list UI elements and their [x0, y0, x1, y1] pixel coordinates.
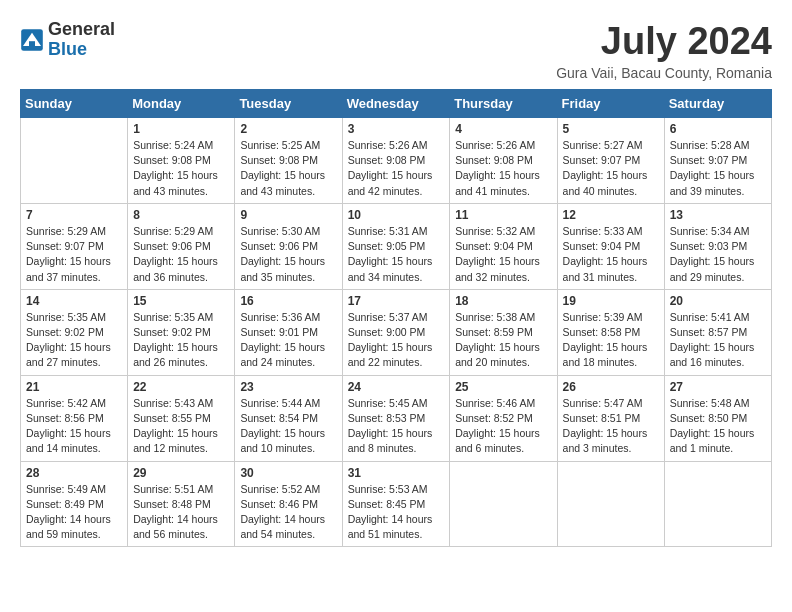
calendar-cell: 1Sunrise: 5:24 AMSunset: 9:08 PMDaylight… — [128, 118, 235, 204]
day-number: 22 — [133, 380, 229, 394]
calendar-week-row: 7Sunrise: 5:29 AMSunset: 9:07 PMDaylight… — [21, 203, 772, 289]
day-number: 11 — [455, 208, 551, 222]
weekday-header-saturday: Saturday — [664, 90, 771, 118]
day-number: 1 — [133, 122, 229, 136]
day-info: Sunrise: 5:53 AMSunset: 8:45 PMDaylight:… — [348, 482, 445, 543]
calendar-cell: 10Sunrise: 5:31 AMSunset: 9:05 PMDayligh… — [342, 203, 450, 289]
calendar-cell: 8Sunrise: 5:29 AMSunset: 9:06 PMDaylight… — [128, 203, 235, 289]
day-number: 2 — [240, 122, 336, 136]
calendar-cell: 26Sunrise: 5:47 AMSunset: 8:51 PMDayligh… — [557, 375, 664, 461]
day-info: Sunrise: 5:31 AMSunset: 9:05 PMDaylight:… — [348, 224, 445, 285]
calendar-week-row: 14Sunrise: 5:35 AMSunset: 9:02 PMDayligh… — [21, 289, 772, 375]
logo-general-text: General — [48, 20, 115, 40]
logo-blue-text: Blue — [48, 40, 115, 60]
day-number: 6 — [670, 122, 766, 136]
weekday-header-monday: Monday — [128, 90, 235, 118]
day-info: Sunrise: 5:51 AMSunset: 8:48 PMDaylight:… — [133, 482, 229, 543]
day-info: Sunrise: 5:27 AMSunset: 9:07 PMDaylight:… — [563, 138, 659, 199]
calendar-cell: 18Sunrise: 5:38 AMSunset: 8:59 PMDayligh… — [450, 289, 557, 375]
calendar-cell — [557, 461, 664, 547]
day-info: Sunrise: 5:41 AMSunset: 8:57 PMDaylight:… — [670, 310, 766, 371]
location: Gura Vaii, Bacau County, Romania — [556, 65, 772, 81]
day-info: Sunrise: 5:37 AMSunset: 9:00 PMDaylight:… — [348, 310, 445, 371]
day-info: Sunrise: 5:28 AMSunset: 9:07 PMDaylight:… — [670, 138, 766, 199]
day-number: 7 — [26, 208, 122, 222]
day-info: Sunrise: 5:35 AMSunset: 9:02 PMDaylight:… — [133, 310, 229, 371]
calendar-cell: 13Sunrise: 5:34 AMSunset: 9:03 PMDayligh… — [664, 203, 771, 289]
day-info: Sunrise: 5:26 AMSunset: 9:08 PMDaylight:… — [455, 138, 551, 199]
day-info: Sunrise: 5:32 AMSunset: 9:04 PMDaylight:… — [455, 224, 551, 285]
day-info: Sunrise: 5:47 AMSunset: 8:51 PMDaylight:… — [563, 396, 659, 457]
day-number: 18 — [455, 294, 551, 308]
day-info: Sunrise: 5:30 AMSunset: 9:06 PMDaylight:… — [240, 224, 336, 285]
calendar-cell: 21Sunrise: 5:42 AMSunset: 8:56 PMDayligh… — [21, 375, 128, 461]
calendar-cell: 23Sunrise: 5:44 AMSunset: 8:54 PMDayligh… — [235, 375, 342, 461]
day-info: Sunrise: 5:33 AMSunset: 9:04 PMDaylight:… — [563, 224, 659, 285]
day-number: 28 — [26, 466, 122, 480]
day-number: 4 — [455, 122, 551, 136]
calendar-cell: 17Sunrise: 5:37 AMSunset: 9:00 PMDayligh… — [342, 289, 450, 375]
calendar-cell: 3Sunrise: 5:26 AMSunset: 9:08 PMDaylight… — [342, 118, 450, 204]
weekday-header-tuesday: Tuesday — [235, 90, 342, 118]
day-info: Sunrise: 5:46 AMSunset: 8:52 PMDaylight:… — [455, 396, 551, 457]
calendar-cell: 25Sunrise: 5:46 AMSunset: 8:52 PMDayligh… — [450, 375, 557, 461]
weekday-header-sunday: Sunday — [21, 90, 128, 118]
day-info: Sunrise: 5:45 AMSunset: 8:53 PMDaylight:… — [348, 396, 445, 457]
day-number: 21 — [26, 380, 122, 394]
logo-text: General Blue — [48, 20, 115, 60]
day-number: 25 — [455, 380, 551, 394]
day-number: 29 — [133, 466, 229, 480]
calendar-cell: 31Sunrise: 5:53 AMSunset: 8:45 PMDayligh… — [342, 461, 450, 547]
day-info: Sunrise: 5:36 AMSunset: 9:01 PMDaylight:… — [240, 310, 336, 371]
day-number: 27 — [670, 380, 766, 394]
day-number: 24 — [348, 380, 445, 394]
calendar-cell: 20Sunrise: 5:41 AMSunset: 8:57 PMDayligh… — [664, 289, 771, 375]
calendar-week-row: 21Sunrise: 5:42 AMSunset: 8:56 PMDayligh… — [21, 375, 772, 461]
day-info: Sunrise: 5:29 AMSunset: 9:07 PMDaylight:… — [26, 224, 122, 285]
day-number: 12 — [563, 208, 659, 222]
day-info: Sunrise: 5:24 AMSunset: 9:08 PMDaylight:… — [133, 138, 229, 199]
day-number: 14 — [26, 294, 122, 308]
day-number: 3 — [348, 122, 445, 136]
day-number: 13 — [670, 208, 766, 222]
title-block: July 2024 Gura Vaii, Bacau County, Roman… — [556, 20, 772, 81]
weekday-header-wednesday: Wednesday — [342, 90, 450, 118]
month-title: July 2024 — [556, 20, 772, 63]
day-number: 23 — [240, 380, 336, 394]
calendar-cell: 5Sunrise: 5:27 AMSunset: 9:07 PMDaylight… — [557, 118, 664, 204]
day-info: Sunrise: 5:52 AMSunset: 8:46 PMDaylight:… — [240, 482, 336, 543]
day-info: Sunrise: 5:42 AMSunset: 8:56 PMDaylight:… — [26, 396, 122, 457]
calendar-cell — [450, 461, 557, 547]
calendar-cell — [664, 461, 771, 547]
day-number: 31 — [348, 466, 445, 480]
calendar-body: 1Sunrise: 5:24 AMSunset: 9:08 PMDaylight… — [21, 118, 772, 547]
calendar-cell: 6Sunrise: 5:28 AMSunset: 9:07 PMDaylight… — [664, 118, 771, 204]
calendar-header: SundayMondayTuesdayWednesdayThursdayFrid… — [21, 90, 772, 118]
calendar-cell: 16Sunrise: 5:36 AMSunset: 9:01 PMDayligh… — [235, 289, 342, 375]
calendar-cell: 2Sunrise: 5:25 AMSunset: 9:08 PMDaylight… — [235, 118, 342, 204]
weekday-header-row: SundayMondayTuesdayWednesdayThursdayFrid… — [21, 90, 772, 118]
calendar-cell: 15Sunrise: 5:35 AMSunset: 9:02 PMDayligh… — [128, 289, 235, 375]
day-number: 16 — [240, 294, 336, 308]
calendar-cell: 4Sunrise: 5:26 AMSunset: 9:08 PMDaylight… — [450, 118, 557, 204]
calendar-cell: 19Sunrise: 5:39 AMSunset: 8:58 PMDayligh… — [557, 289, 664, 375]
weekday-header-friday: Friday — [557, 90, 664, 118]
calendar-week-row: 28Sunrise: 5:49 AMSunset: 8:49 PMDayligh… — [21, 461, 772, 547]
calendar-cell: 14Sunrise: 5:35 AMSunset: 9:02 PMDayligh… — [21, 289, 128, 375]
calendar-cell: 28Sunrise: 5:49 AMSunset: 8:49 PMDayligh… — [21, 461, 128, 547]
calendar-table: SundayMondayTuesdayWednesdayThursdayFrid… — [20, 89, 772, 547]
day-info: Sunrise: 5:26 AMSunset: 9:08 PMDaylight:… — [348, 138, 445, 199]
day-number: 8 — [133, 208, 229, 222]
day-number: 15 — [133, 294, 229, 308]
day-number: 30 — [240, 466, 336, 480]
day-info: Sunrise: 5:25 AMSunset: 9:08 PMDaylight:… — [240, 138, 336, 199]
weekday-header-thursday: Thursday — [450, 90, 557, 118]
day-info: Sunrise: 5:39 AMSunset: 8:58 PMDaylight:… — [563, 310, 659, 371]
svg-rect-2 — [29, 41, 35, 47]
calendar-cell: 12Sunrise: 5:33 AMSunset: 9:04 PMDayligh… — [557, 203, 664, 289]
day-info: Sunrise: 5:38 AMSunset: 8:59 PMDaylight:… — [455, 310, 551, 371]
day-info: Sunrise: 5:35 AMSunset: 9:02 PMDaylight:… — [26, 310, 122, 371]
calendar-cell: 9Sunrise: 5:30 AMSunset: 9:06 PMDaylight… — [235, 203, 342, 289]
logo: General Blue — [20, 20, 115, 60]
calendar-cell: 27Sunrise: 5:48 AMSunset: 8:50 PMDayligh… — [664, 375, 771, 461]
